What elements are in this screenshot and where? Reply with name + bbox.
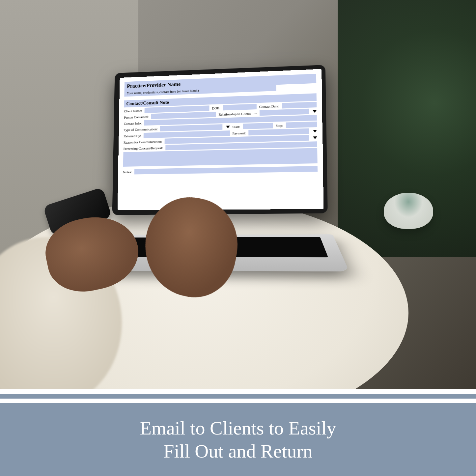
dob-label: DOB: [212,106,220,110]
contact-date-label: Contact Date: [259,104,279,108]
start-field[interactable] [243,123,273,129]
referred-by-label: Referred By: [124,134,141,138]
reason-label: Reason for Communication: [124,139,162,144]
stop-label: Stop: [275,123,283,127]
coffee-cup [384,193,433,229]
notes-label: Notes: [123,170,132,174]
photo-background: Practice/Provider Name Your name, creden… [0,0,476,389]
relationship-label: Relationship to Client: [218,111,251,116]
person-contacted-field[interactable] [151,112,216,119]
presenting-textarea[interactable] [123,148,318,167]
payment-field[interactable] [249,128,309,136]
type-comm-label: Type of Communication: [124,127,158,131]
contact-info-label: Contact Info: [124,121,142,126]
banner-stripe [0,394,476,399]
chevron-down-icon[interactable] [313,130,317,132]
client-name-label: Client Name: [124,109,142,113]
dob-field[interactable] [223,104,257,110]
relationship-field[interactable] [260,109,309,116]
caption-text: Email to Clients to Easily Fill Out and … [140,417,336,462]
presenting-label: Presenting Concern/Request: [124,146,163,150]
start-label: Start: [232,125,240,128]
banner-divider [0,399,476,403]
relationship-value: --- [253,111,257,115]
caption-banner: Email to Clients to Easily Fill Out and … [0,403,476,476]
notes-field[interactable] [134,166,318,174]
banner-divider [0,389,476,394]
payment-label: Payment: [232,131,246,135]
type-comm-field[interactable] [160,124,222,131]
chevron-down-icon[interactable] [313,136,317,139]
chevron-down-icon[interactable] [313,110,317,112]
laptop-screen-frame: Practice/Provider Name Your name, creden… [112,65,328,215]
chevron-down-icon[interactable] [226,126,230,128]
stop-field[interactable] [286,122,317,128]
person-contacted-label: Person Contacted: [124,115,149,119]
contact-date-field[interactable] [282,102,317,108]
form-document: Practice/Provider Name Your name, creden… [118,69,324,210]
